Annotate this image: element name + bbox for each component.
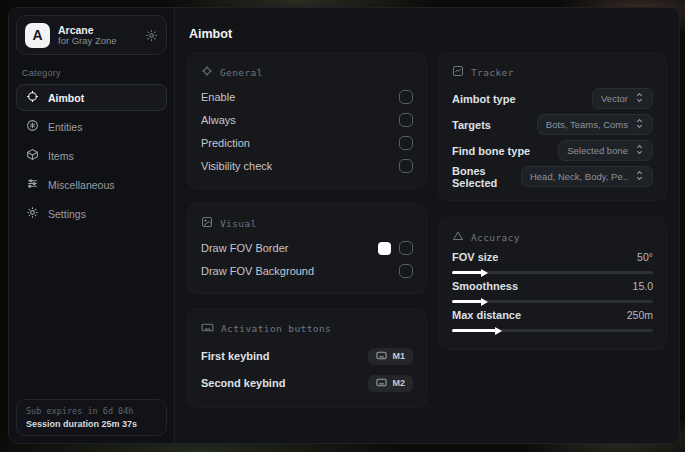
accuracy-card: Accuracy FOV size 50° Smoothness 15.0 [438,217,667,350]
setting-label: Find bone type [452,145,530,157]
keybind-value: M2 [392,378,405,388]
setting-label: Prediction [201,137,250,149]
visual-card: Visual Draw FOV Border Draw FOV Backgrou… [187,203,427,294]
setting-row-first-keybind: First keybind M1 [201,343,413,369]
chevrons-up-down-icon [635,144,644,157]
setting-label: Smoothness [452,280,518,292]
tracker-card-header: Tracker [452,65,653,79]
fov-size-slider[interactable] [452,271,653,274]
first-keybind-button[interactable]: M1 [368,348,413,365]
general-card: General Enable Always Prediction [187,52,427,189]
sidebar-item-entities[interactable]: Entities [16,113,167,140]
slider-fill[interactable] [452,271,482,274]
sidebar-item-label: Entities [48,121,82,133]
setting-row-draw-fov-border: Draw FOV Border [201,237,413,259]
smoothness-value: 15.0 [633,280,653,292]
fov-size-setting: FOV size 50° [452,251,653,274]
app-header-card: A Arcane for Gray Zone [16,15,167,55]
smoothness-slider[interactable] [452,300,653,303]
select-value: Vector [601,93,628,104]
entities-icon [26,119,39,134]
sidebar-item-label: Aimbot [48,92,84,104]
section-title: General [220,67,263,78]
draw-fov-border-checkbox[interactable] [399,241,413,255]
sidebar-item-label: Settings [48,208,86,220]
page-title: Aimbot [189,27,667,41]
cube-icon [26,148,39,163]
sidebar-item-settings[interactable]: Settings [16,200,167,227]
setting-row-enable: Enable [201,86,413,108]
slider-fill[interactable] [452,329,496,332]
setting-row-bones-selected: Bones Selected Head, Neck, Body, Pe.. [452,164,653,189]
fov-size-value: 50° [637,251,653,263]
chevrons-up-down-icon [635,92,644,105]
select-value: Head, Neck, Body, Pe.. [530,171,628,182]
setting-label: Targets [452,119,491,131]
tracker-card: Tracker Aimbot type Vector Targets [438,52,667,201]
setting-label: Draw FOV Border [201,242,288,254]
main-content: Aimbot General Enable Alw [175,8,679,443]
setting-row-second-keybind: Second keybind M2 [201,370,413,396]
setting-row-draw-fov-background: Draw FOV Background [201,260,413,282]
app-logo: A [25,23,50,48]
visual-card-header: Visual [201,216,413,230]
activation-buttons-card: Activation buttons First keybind M1 Seco… [187,308,427,408]
setting-label: Visibility check [201,160,272,172]
smoothness-setting: Smoothness 15.0 [452,280,653,303]
general-card-header: General [201,65,413,79]
setting-row-find-bone-type: Find bone type Selected bone [452,138,653,163]
triangle-icon [452,230,464,244]
gear-icon[interactable] [145,29,158,42]
slider-fill[interactable] [452,300,482,303]
select-value: Bots, Teams, Coms [546,119,628,130]
sidebar-item-miscellaneous[interactable]: Miscellaneous [16,171,167,198]
setting-label: First keybind [201,350,269,362]
session-duration-text: Session duration 25m 37s [26,419,157,429]
setting-row-targets: Targets Bots, Teams, Coms [452,112,653,137]
gear-icon [26,206,39,221]
prediction-checkbox[interactable] [399,136,413,150]
select-value: Selected bone [567,145,628,156]
find-bone-type-select[interactable]: Selected bone [558,140,653,161]
crosshair-icon [201,65,213,79]
category-label: Category [22,68,167,78]
max-distance-value: 250m [627,309,653,321]
setting-label: Enable [201,91,235,103]
section-title: Accuracy [471,232,520,243]
subscription-status-card: Sub expires in 6d 04h Session duration 2… [16,399,167,436]
keybind-value: M1 [392,351,405,361]
sidebar-item-label: Miscellaneous [48,179,115,191]
sidebar: A Arcane for Gray Zone Category Aimbot [9,8,175,443]
always-checkbox[interactable] [399,113,413,127]
visibility-check-checkbox[interactable] [399,159,413,173]
setting-label: Always [201,114,236,126]
second-keybind-button[interactable]: M2 [368,375,413,392]
sidebar-item-label: Items [48,150,74,162]
left-column: General Enable Always Prediction [187,52,427,408]
targets-select[interactable]: Bots, Teams, Coms [537,114,653,135]
app-subtitle: for Gray Zone [58,36,137,47]
setting-row-aimbot-type: Aimbot type Vector [452,86,653,111]
right-column: Tracker Aimbot type Vector Targets [438,52,667,350]
setting-label: Aimbot type [452,93,516,105]
fov-border-color-swatch[interactable] [378,242,391,255]
setting-label: Second keybind [201,377,285,389]
max-distance-slider[interactable] [452,329,653,332]
sidebar-item-aimbot[interactable]: Aimbot [16,84,167,111]
chevrons-up-down-icon [635,170,644,183]
keyboard-icon [201,321,214,336]
sidebar-item-items[interactable]: Items [16,142,167,169]
section-title: Tracker [471,67,514,78]
setting-label: Bones Selected [452,165,521,189]
aimbot-type-select[interactable]: Vector [592,88,653,109]
setting-label: FOV size [452,251,498,263]
chevrons-up-down-icon [635,118,644,131]
max-distance-setting: Max distance 250m [452,309,653,332]
activity-icon [452,65,464,79]
app-window: A Arcane for Gray Zone Category Aimbot [8,7,680,444]
bones-selected-select[interactable]: Head, Neck, Body, Pe.. [521,166,653,187]
accuracy-card-header: Accuracy [452,230,653,244]
draw-fov-background-checkbox[interactable] [399,264,413,278]
setting-label: Draw FOV Background [201,265,314,277]
enable-checkbox[interactable] [399,90,413,104]
